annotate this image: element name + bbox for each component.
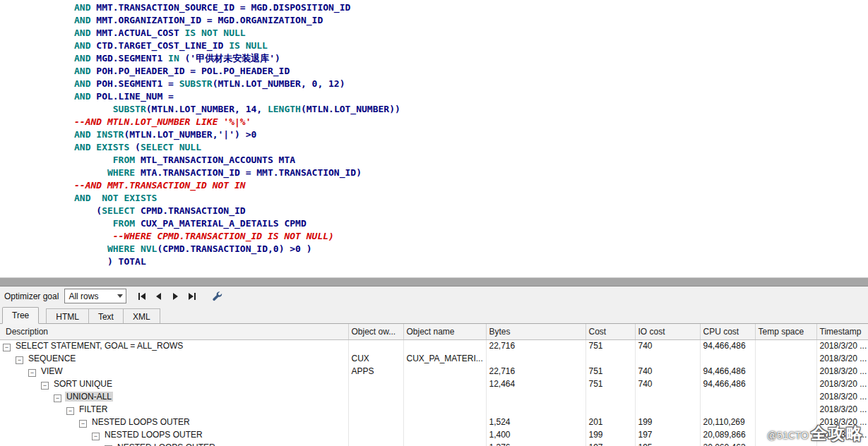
cell-cost (585, 403, 635, 416)
cell-cpu_cost: 94,466,486 (700, 378, 755, 390)
cell-cost: 199 (585, 428, 635, 441)
column-header-bytes[interactable]: Bytes (486, 324, 585, 339)
collapse-toggle-icon[interactable]: − (41, 382, 49, 390)
collapse-toggle-icon[interactable]: − (66, 407, 74, 415)
horizontal-splitter[interactable] (0, 277, 868, 287)
collapse-toggle-icon[interactable]: − (28, 369, 36, 377)
plan-node-label[interactable]: SORT UNIQUE (52, 379, 114, 389)
sql-code-line: WHERE MTA.TRANSACTION_ID = MMT.TRANSACTI… (74, 167, 868, 179)
plan-toolbar: Optimizer goal All rows (0, 287, 868, 306)
tab-html[interactable]: HTML (47, 309, 89, 324)
cell-timestamp: 2018/3/20 ... (816, 403, 868, 416)
cell-timestamp: 2018/3/20 ... (816, 339, 868, 352)
cell-description: −FILTER (0, 403, 348, 416)
cell-cpu_cost: 94,466,486 (700, 339, 755, 352)
column-header-timestamp[interactable]: Timestamp (816, 324, 868, 339)
column-header-description[interactable]: Description (0, 324, 348, 339)
cell-object (403, 403, 486, 416)
cell-cpu_cost: 20,060,463 (700, 441, 755, 446)
sql-code-line: WHERE NVL(CPMD.TRANSACTION_ID,0) >0 ) (74, 243, 868, 255)
plan-node-label[interactable]: SELECT STATEMENT, GOAL = ALL_ROWS (14, 341, 184, 351)
sql-code: AND MMT.TRANSACTION_SOURCE_ID = MGD.DISP… (0, 0, 868, 268)
cell-temp_space (755, 428, 816, 441)
cell-cpu_cost (700, 352, 755, 365)
cell-owner: APPS (348, 365, 403, 378)
column-header-object_owner[interactable]: Object ow... (348, 324, 403, 339)
cell-io_cost: 197 (635, 428, 700, 441)
column-header-cpu_cost[interactable]: CPU cost (700, 324, 755, 339)
cell-object (403, 339, 486, 352)
plan-node-label[interactable]: FILTER (78, 404, 109, 414)
first-record-button[interactable] (135, 289, 150, 303)
preferences-wrench-button[interactable] (210, 289, 225, 303)
column-header-object_name[interactable]: Object name (403, 324, 486, 339)
collapse-toggle-icon[interactable]: − (54, 394, 61, 402)
cell-cpu_cost: 20,110,269 (700, 416, 755, 428)
cell-description: −SORT UNIQUE (0, 378, 348, 390)
tab-tree[interactable]: Tree (2, 307, 39, 324)
plan-node-label[interactable]: VIEW (40, 366, 64, 376)
plan-node-label[interactable]: UNION-ALL (65, 392, 113, 402)
column-header-temp_space[interactable]: Temp space (755, 324, 816, 339)
cell-io_cost: 199 (635, 416, 700, 428)
collapse-toggle-icon[interactable]: − (3, 344, 11, 351)
cell-temp_space (755, 365, 816, 378)
next-record-button[interactable] (167, 289, 182, 303)
cell-cpu_cost: 20,089,866 (700, 428, 755, 441)
cell-temp_space (755, 339, 816, 352)
plan-row[interactable]: −VIEWAPPS22,71675174094,466,4862018/3/20… (0, 365, 868, 378)
plan-row[interactable]: −SEQUENCECUXCUX_PA_MATERI...2018/3/20 ..… (0, 352, 868, 365)
plan-row[interactable]: −NESTED LOOPS OUTER1,37619719520,060,463 (0, 441, 868, 446)
sql-code-line: AND MMT.ORGANIZATION_ID = MGD.ORGANIZATI… (74, 14, 868, 27)
cell-object (403, 365, 486, 378)
cell-description: −SEQUENCE (0, 352, 348, 365)
cell-cost: 751 (585, 378, 635, 390)
sql-code-line: FROM MTL_TRANSACTION_ACCOUNTS MTA (74, 154, 868, 167)
cell-io_cost (635, 352, 700, 365)
cell-temp_space (755, 378, 816, 390)
previous-record-icon (154, 291, 164, 301)
plan-row[interactable]: −NESTED LOOPS OUTER1,40019919720,089,866… (0, 428, 868, 441)
plan-row[interactable]: −UNION-ALL2018/3/20 ... (0, 390, 868, 403)
optimizer-goal-value: All rows (69, 291, 98, 301)
sql-code-line: AND POH.PO_HEADER_ID = POL.PO_HEADER_ID (74, 65, 868, 78)
chevron-down-icon[interactable] (114, 289, 126, 303)
plan-row[interactable]: −SORT UNIQUE12,46475174094,466,4862018/3… (0, 378, 868, 390)
wrench-icon (212, 291, 222, 301)
previous-record-button[interactable] (151, 289, 166, 303)
cell-cost: 751 (585, 365, 635, 378)
sql-editor-pane[interactable]: AND MMT.TRANSACTION_SOURCE_ID = MGD.DISP… (0, 0, 868, 277)
cell-cost: 197 (585, 441, 635, 446)
cell-object (403, 441, 486, 446)
cell-cost: 751 (585, 339, 635, 352)
cell-owner (348, 428, 403, 441)
plan-node-label[interactable]: NESTED LOOPS OUTER (90, 417, 191, 427)
collapse-toggle-icon[interactable]: − (79, 420, 87, 428)
tab-text[interactable]: Text (89, 309, 124, 324)
plan-node-label[interactable]: NESTED LOOPS OUTER (116, 442, 217, 446)
format-tabs: HTML Text XML (46, 308, 160, 324)
plan-row[interactable]: −NESTED LOOPS OUTER1,52420119920,110,269… (0, 416, 868, 428)
cell-bytes: 12,464 (486, 378, 585, 390)
cell-timestamp: 2018/3/20 ... (816, 416, 868, 428)
cell-cpu_cost: 94,466,486 (700, 365, 755, 378)
sql-code-line: (SELECT CPMD.TRANSACTION_ID (74, 205, 868, 217)
cell-owner: CUX (348, 352, 403, 365)
sql-code-line: AND NOT EXISTS (74, 192, 868, 205)
cell-temp_space (755, 441, 816, 446)
plan-node-label[interactable]: SEQUENCE (27, 354, 77, 363)
tab-xml[interactable]: XML (124, 309, 160, 324)
sql-code-line: AND POH.SEGMENT1 = SUBSTR(MTLN.LOT_NUMBE… (74, 78, 868, 90)
optimizer-goal-dropdown[interactable]: All rows (64, 289, 126, 303)
sql-code-line: AND MMT.ACTUAL_COST IS NOT NULL (74, 27, 868, 40)
cell-bytes (486, 352, 585, 365)
column-header-cost[interactable]: Cost (585, 324, 635, 339)
collapse-toggle-icon[interactable]: − (16, 356, 23, 364)
plan-row[interactable]: −SELECT STATEMENT, GOAL = ALL_ROWS22,716… (0, 339, 868, 352)
plan-row[interactable]: −FILTER2018/3/20 ... (0, 403, 868, 416)
last-record-button[interactable] (184, 289, 198, 303)
column-header-io_cost[interactable]: IO cost (635, 324, 700, 339)
plan-node-label[interactable]: NESTED LOOPS OUTER (103, 430, 204, 440)
collapse-toggle-icon[interactable]: − (92, 433, 100, 440)
cell-io_cost (635, 403, 700, 416)
